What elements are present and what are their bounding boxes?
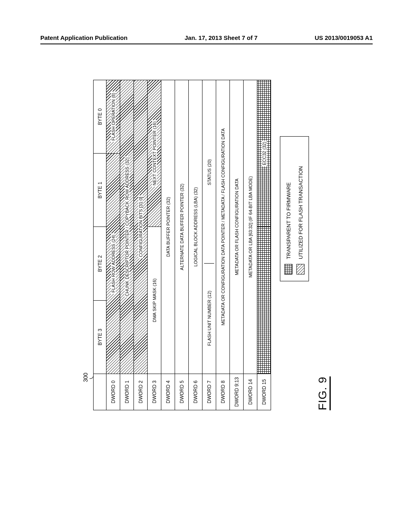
cell-flash-row-address: FLASH ROW ADDRESS (24)	[106, 154, 120, 374]
figure-label: FIG. 9	[316, 376, 331, 410]
legend: TRANSPARENT TO FIRMWARE UTILIZED FOR FLA…	[280, 136, 309, 281]
cell-config-bits: CONFIGURATION BITS [31:0]	[134, 80, 148, 374]
row-label: DWORD 0	[106, 374, 120, 410]
table-row: DWORD 15 ECC32 (32)	[257, 80, 271, 410]
cell-lba: LOGICAL BLOCK ADDRESS (LBA) (32)	[189, 80, 202, 374]
page-header: Patent Application Publication Jan. 17, …	[0, 34, 413, 41]
col-blank	[94, 374, 106, 410]
row-label: DWORD 8	[216, 374, 230, 410]
row-label: DWORD 2	[134, 374, 148, 410]
cell-alt-data-buffer-pointer: ALTERNATE DATA BUFFER POINTER (32)	[175, 80, 189, 374]
col-byte1: BYTE 1	[94, 154, 106, 227]
cell-dword15-reserved	[257, 227, 271, 374]
row-label: DWORD 6	[189, 374, 202, 410]
table-row: DWORD 5 ALTERNATE DATA BUFFER POINTER (3…	[175, 80, 189, 410]
cell-chunk-descriptor: CHUNK DESCRIPTOR POINTER / COPYBACK ROW …	[120, 80, 134, 374]
cell-dma-skip-mask: DMA SKIP MASK (16)	[148, 227, 161, 374]
cell-metadata-config-pointer: METADATA OR CONFIGURATION DATA POINTER /…	[216, 80, 230, 374]
row-label: DWORD 5	[175, 374, 189, 410]
dword-table: BYTE 3 BYTE 2 BYTE 1 BYTE 0 DWORD 0 FLAS…	[93, 80, 271, 410]
row-label: DWORD 15	[257, 374, 271, 410]
legend-label: TRANSPARENT TO FIRMWARE	[286, 182, 292, 259]
table-row: DWORD 14 METADATA OR LBA [63:32] (IF 64-…	[244, 80, 257, 410]
swatch-hatch-icon	[296, 264, 305, 274]
cell-data-buffer-pointer: DATA BUFFER POINTER (32)	[161, 80, 175, 374]
row-label: DWORD 7	[202, 374, 216, 410]
table-row: DWORD 9:13 METADATA OR FLASH CONFIGURATI…	[230, 80, 244, 410]
col-byte0: BYTE 0	[94, 80, 106, 154]
legend-row-transparent: TRANSPARENT TO FIRMWARE	[284, 143, 292, 274]
table-row: DWORD 2 CONFIGURATION BITS [31:0]	[134, 80, 148, 410]
cell-next-context-pointer: NEXT CONTEXT POINTER (16)	[148, 80, 161, 227]
header-left: Patent Application Publication	[40, 34, 127, 41]
table-row: DWORD 1 CHUNK DESCRIPTOR POINTER / COPYB…	[120, 80, 134, 410]
table-row: DWORD 6 LOGICAL BLOCK ADDRESS (LBA) (32)	[189, 80, 202, 410]
table-row: DWORD 7 FLASH UNIT NUMBER (12) STATUS (2…	[202, 80, 216, 410]
table-row: DWORD 4 DATA BUFFER POINTER (32)	[161, 80, 175, 410]
row-label: DWORD 14	[244, 374, 257, 410]
table-row: DWORD 0 FLASH ROW ADDRESS (24) FLASH OPE…	[106, 80, 120, 410]
legend-row-utilized: UTILIZED FOR FLASH TRANSACTION	[296, 143, 305, 274]
row-label: DWORD 3	[148, 374, 161, 410]
col-byte3: BYTE 3	[94, 300, 106, 374]
legend-label: UTILIZED FOR FLASH TRANSACTION	[298, 166, 304, 259]
col-byte2: BYTE 2	[94, 227, 106, 300]
cell-metadata-lba-high: METADATA OR LBA [63:32] (IF 64-BIT LBA M…	[244, 80, 257, 374]
cell-ecc32: ECC32 (32)	[257, 80, 271, 227]
cell-flash-unit-number: FLASH UNIT NUMBER (12)	[204, 263, 214, 372]
reference-number: 300	[82, 373, 89, 382]
cell-dword7: FLASH UNIT NUMBER (12) STATUS (20)	[202, 80, 216, 374]
cell-flash-operation: FLASH OPERATION (8)	[106, 80, 120, 154]
figure-9: 300 BYTE 3 BYTE 2 BYTE 1 BYTE 0 DWORD 0	[82, 80, 331, 410]
cell-metadata-flash-config: METADATA OR FLASH CONFIGURATION DATA	[230, 80, 244, 374]
table-row: DWORD 8 METADATA OR CONFIGURATION DATA P…	[216, 80, 230, 410]
table-header-row: BYTE 3 BYTE 2 BYTE 1 BYTE 0	[94, 80, 106, 410]
header-right: US 2013/0019053 A1	[315, 34, 373, 41]
row-label: DWORD 9:13	[230, 374, 244, 410]
row-label: DWORD 4	[161, 374, 175, 410]
cell-status: STATUS (20)	[204, 81, 214, 263]
swatch-grid-icon	[284, 264, 292, 274]
header-rule	[40, 44, 373, 44]
header-center: Jan. 17, 2013 Sheet 7 of 7	[185, 34, 258, 41]
row-label: DWORD 1	[120, 374, 134, 410]
table-row: DWORD 3 DMA SKIP MASK (16) NEXT CONTEXT …	[148, 80, 161, 410]
